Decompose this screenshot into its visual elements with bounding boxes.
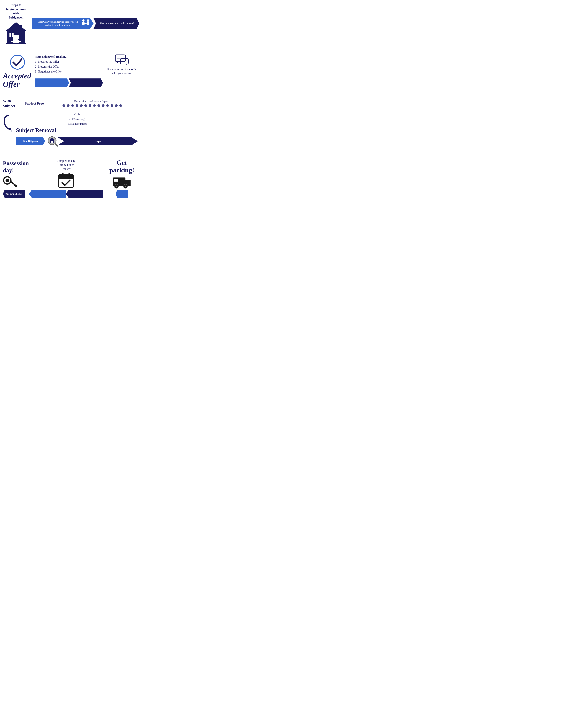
dot <box>93 104 96 107</box>
discuss-text: Discuss terms of the offer with your rea… <box>106 67 138 75</box>
packing-arrow <box>116 190 128 198</box>
svg-rect-35 <box>68 173 70 176</box>
completion-arrow-blue <box>29 190 66 198</box>
curved-arrow-icon <box>3 115 15 132</box>
section-steps: Steps to buying a home with Bridgewell <box>0 0 141 44</box>
accepted-left: Accepted Offer <box>3 54 32 88</box>
svg-point-9 <box>82 19 84 22</box>
svg-rect-8 <box>11 41 21 42</box>
section-subject: With Subject Subject Free Fast track to … <box>0 96 141 150</box>
dot <box>84 104 87 107</box>
svg-point-12 <box>87 19 89 22</box>
accepted-offer-title: Accepted Offer <box>3 72 32 88</box>
house-icon <box>4 21 28 44</box>
steps-text: Steps to buying a home with Bridgewell <box>6 3 26 20</box>
subject-removal-arrows: Due Diligence Inspe <box>16 135 138 147</box>
subject-removal-title: Subject Removal <box>16 127 138 134</box>
accepted-right: Discuss terms of the offer with your rea… <box>106 54 138 75</box>
svg-rect-7 <box>6 43 26 44</box>
svg-line-29 <box>10 181 17 186</box>
offer-arrows <box>35 78 103 87</box>
completion-block: Completion day Title & Funds Transfer <box>29 159 103 198</box>
dot <box>111 104 113 107</box>
svg-rect-33 <box>59 175 73 179</box>
with-subject-text: With Subject <box>3 99 22 108</box>
realtor-item3: 3. Negotiates the Offer <box>35 69 103 74</box>
dot <box>76 104 78 107</box>
truck-icon <box>112 175 131 189</box>
svg-point-2 <box>18 39 19 40</box>
dot <box>80 104 83 107</box>
due-diligence-text: Due Diligence <box>21 140 40 143</box>
svg-rect-25 <box>51 141 53 143</box>
svg-rect-43 <box>113 185 130 186</box>
realtor-list: Your Bridgewell Realtor... 1. Prepares t… <box>35 54 103 74</box>
dot <box>67 104 69 107</box>
title-item2: - PDS -Zoning <box>16 117 138 121</box>
dot <box>115 104 118 107</box>
offer-arrow-blue <box>35 78 69 87</box>
dot <box>106 104 109 107</box>
svg-rect-13 <box>87 22 89 25</box>
subject-top-row: With Subject Subject Free Fast track to … <box>3 99 138 108</box>
subject-free-block: Subject Free <box>25 101 44 106</box>
notifications-content: Get set up on auto notifications! <box>93 22 139 25</box>
you-own-text: You own a home! <box>3 193 25 195</box>
dots-row <box>62 104 122 107</box>
completion-arrows <box>29 190 103 198</box>
calendar-icon <box>58 172 74 188</box>
dotted-track: Fast track to hand in your deposit! <box>47 100 138 107</box>
checkmark-icon <box>9 54 25 70</box>
step-arrow-meet: Meet with your Bridgewell realtor & tell… <box>32 18 93 29</box>
fast-track-text: Fast track to hand in your deposit! <box>74 100 110 103</box>
meet-text: Meet with your Bridgewell realtor & tell… <box>36 20 79 27</box>
dot <box>97 104 100 107</box>
realtor-item2: 2. Presents the Offer <box>35 64 103 69</box>
offer-arrow-dark <box>69 78 103 87</box>
dot <box>89 104 91 107</box>
inspection-arrow: Inspe <box>58 137 138 145</box>
get-packing-block: Get packing! <box>106 159 138 198</box>
realtor-item1: 1. Prepares the Offer <box>35 59 103 64</box>
svg-rect-10 <box>82 22 84 25</box>
subject-removal-center: - Title - PDS -Zoning - Strata Documents… <box>16 112 138 147</box>
title-item1: - Title <box>16 112 138 117</box>
realtor-heading: Your Bridgewell Realtor... <box>35 54 103 59</box>
dot <box>71 104 74 107</box>
svg-rect-34 <box>62 173 63 176</box>
people-icon <box>80 19 91 28</box>
subject-free-text: Subject Free <box>25 101 44 106</box>
dot <box>119 104 122 107</box>
meet-content: Meet with your Bridgewell realtor & tell… <box>32 19 93 28</box>
notifications-text: Get set up on auto notifications! <box>98 22 136 25</box>
arrow-banner: Meet with your Bridgewell realtor & tell… <box>31 3 139 44</box>
step-arrow-notifications: Get set up on auto notifications! <box>93 18 139 29</box>
completion-title: Completion day Title & Funds Transfer <box>57 159 75 171</box>
house-block: Steps to buying a home with Bridgewell <box>1 3 31 44</box>
svg-line-26 <box>55 144 58 146</box>
get-packing-title: Get packing! <box>106 159 138 174</box>
dot <box>62 104 65 107</box>
section-accepted-offer: Accepted Offer Your Bridgewell Realtor..… <box>0 48 141 91</box>
inspection-text: Inspe <box>95 140 101 143</box>
possession-title: Possession day! <box>3 160 29 174</box>
subject-removal-row: - Title - PDS -Zoning - Strata Documents… <box>3 112 138 147</box>
magnify-icon <box>47 135 58 147</box>
svg-rect-6 <box>20 25 22 29</box>
key-icon <box>3 175 17 188</box>
due-diligence-arrow: Due Diligence <box>16 137 45 145</box>
svg-point-28 <box>6 179 9 182</box>
svg-rect-38 <box>114 179 118 182</box>
you-own-arrow: You own a home! <box>3 190 25 198</box>
chat-icon <box>114 54 129 66</box>
accepted-center: Your Bridgewell Realtor... 1. Prepares t… <box>35 54 103 87</box>
svg-marker-21 <box>9 128 12 132</box>
title-item3: - Strata Documents <box>16 121 138 126</box>
title-list: - Title - PDS -Zoning - Strata Documents <box>16 112 138 126</box>
completion-arrow-dark <box>66 190 103 198</box>
dot <box>102 104 104 107</box>
section-possession: Possession day! You own a home! Completi… <box>0 154 141 201</box>
possession-block: Possession day! You own a home! <box>3 160 26 198</box>
